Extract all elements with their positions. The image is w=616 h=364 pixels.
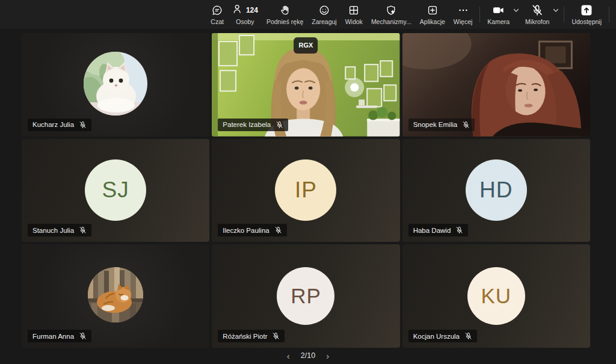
raise-hand-button[interactable]: Podnieś rękę [262,1,307,28]
chat-icon [211,4,223,16]
camera-button[interactable]: Kamera [483,1,514,28]
participant-tile-paterek-izabela[interactable]: RGX Paterek Izabela [212,33,399,137]
participant-name-badge: Snopek Emilia [408,119,475,131]
toolbar-label-mechanisms: Mechanizmy... [371,18,411,25]
mechanisms-button[interactable]: Mechanizmy... [367,1,416,28]
toolbar-divider [479,7,480,22]
view-button[interactable]: Widok [341,1,367,28]
breakout-room-badge: RGX [294,37,318,54]
toolbar-label-more-apps: Aplikacje [420,18,445,25]
previous-page-chevron-icon[interactable]: ‹ [286,351,291,360]
avatar-initials: HD [466,159,527,221]
participant-name-badge: Furman Anna [28,330,91,342]
participant-tile-ileczko-paulina[interactable]: IP Ileczko Paulina [212,139,399,242]
participant-count-badge: 124 [246,6,258,14]
raise-hand-icon [279,4,291,16]
participant-tile-rozanski-piotr[interactable]: RP Różański Piotr [212,244,399,348]
microphone-muted-icon [531,4,543,16]
toolbar-label-camera: Kamera [487,18,510,25]
participant-tile-stanuch-julia[interactable]: SJ Stanuch Julia [22,139,209,242]
participant-name-badge: Paterek Izabela [218,119,288,131]
participant-name: Snopek Emilia [413,121,458,128]
people-icon [232,3,244,17]
participant-name-badge: Kocjan Urszula [408,330,477,342]
participant-name-badge: Haba Dawid [408,224,469,236]
mic-muted-icon [462,121,470,129]
toolbar-label-microphone: Mikrofon [525,18,549,25]
people-button[interactable]: 124 Osoby [228,1,262,28]
mic-muted-icon [464,332,472,340]
mic-muted-icon [274,226,282,234]
toolbar-label-more: Więcej [454,18,473,25]
page-indicator: 2/10 [301,351,315,360]
toolbar-divider [564,7,564,22]
participant-name: Paterek Izabela [223,121,271,128]
participant-tile-kocjan-urszula[interactable]: KU Kocjan Urszula [402,244,590,348]
react-button[interactable]: Zareaguj [307,1,340,28]
avatar-initials: SJ [85,159,146,221]
participant-grid: Kucharz Julia [22,33,590,348]
participant-tile-furman-anna[interactable]: Furman Anna [22,244,209,348]
apps-plus-icon [427,4,439,16]
microphone-button[interactable]: Mikrofon [521,1,553,28]
camera-options-chevron-icon[interactable] [513,7,520,14]
gallery-pagination: ‹ 2/10 › [0,349,616,362]
avatar-image-orange-cat [88,267,143,322]
toolbar-label-view: Widok [345,18,363,25]
participant-name-badge: Stanuch Julia [28,224,91,236]
mic-muted-icon [276,121,283,129]
participant-name: Haba Dawid [413,227,451,234]
chat-button[interactable]: Czat [206,1,228,28]
mic-muted-icon [272,332,280,340]
mic-muted-icon [455,226,463,234]
toolbar-divider [609,7,609,22]
participant-name: Kocjan Urszula [413,333,460,340]
toolbar-label-raise-hand: Podnieś rękę [266,18,303,25]
react-smiley-icon [318,4,330,16]
toolbar-label-people: Osoby [236,18,254,25]
participant-name: Ileczko Paulina [223,227,269,234]
share-button[interactable]: Udostępnij [567,1,606,28]
participant-tile-kucharz-julia[interactable]: Kucharz Julia [22,33,209,137]
toolbar-label-chat: Czat [211,18,224,25]
participant-name-badge: Ileczko Paulina [218,224,286,236]
avatar-image-white-cat [84,52,147,116]
share-screen-icon [581,4,593,16]
participant-name: Kucharz Julia [32,121,74,128]
meeting-window: Czat 124 Osoby [0,0,616,364]
toolbar-label-share: Udostępnij [571,18,602,25]
participant-name-badge: Kucharz Julia [28,119,91,131]
next-page-chevron-icon[interactable]: › [325,351,330,360]
participant-name-badge: Różański Piotr [218,330,285,342]
participant-tile-haba-dawid[interactable]: HD Haba Dawid [402,139,590,242]
avatar-initials: KU [467,267,525,325]
participant-name: Różański Piotr [223,333,267,340]
mic-muted-icon [79,332,87,340]
more-dots-icon [457,4,469,16]
avatar-initials: RP [277,267,334,325]
participant-name: Furman Anna [32,333,74,340]
participant-tile-snopek-emilia[interactable]: Snopek Emilia [402,33,590,137]
view-grid-icon [348,4,360,16]
camera-icon [492,4,505,16]
meeting-toolbar: Czat 124 Osoby [0,0,616,29]
mic-muted-icon [79,121,87,129]
apps-button[interactable]: Aplikacje [416,1,449,28]
more-button[interactable]: Więcej [449,1,477,28]
avatar-initials: IP [275,159,336,221]
microphone-options-chevron-icon[interactable] [552,7,559,14]
toolbar-label-react: Zareaguj [312,18,336,25]
participant-name: Stanuch Julia [32,227,74,234]
shield-gear-icon [385,4,397,16]
mic-muted-icon [79,226,87,234]
